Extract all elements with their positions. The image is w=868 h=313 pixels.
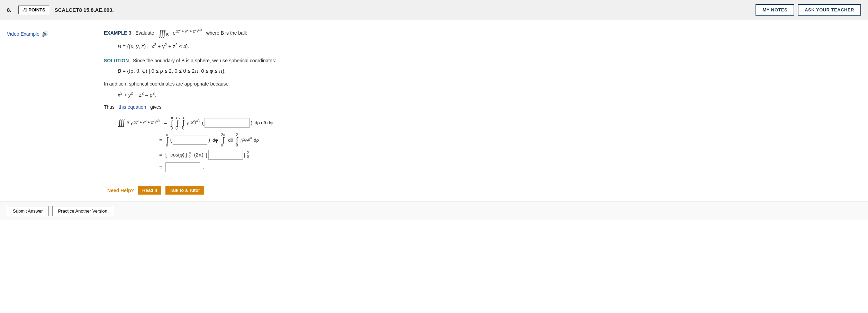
input-1[interactable] — [205, 118, 250, 128]
ball-def-text: B = {(x, y, z) | x2 + y2 + z2 ≤ 4}. — [118, 43, 189, 49]
int2-block: 2π ∫ 0 — [175, 116, 180, 130]
speaker-icon: 🔊 — [42, 30, 48, 37]
input-3[interactable] — [208, 150, 243, 160]
int1-block: π ∫ 0 — [171, 116, 173, 130]
spherical-b-text: B = {(ρ, θ, φ) | 0 ≤ ρ ≤ 2, 0 ≤ θ ≤ 2π, … — [118, 68, 226, 74]
identity-text: x2 + y2 + z2 = ρ2. — [118, 92, 156, 98]
thus-text-block: Thus this equation gives — [104, 103, 858, 111]
spherical-b-block: B = {(ρ, θ, φ) | 0 ≤ ρ ≤ 2, 0 ≤ θ ≤ 2π, … — [118, 68, 858, 74]
where-b-text: where B is the ball: — [206, 30, 247, 36]
practice-version-button[interactable]: Practice Another Version — [52, 206, 113, 216]
talk-tutor-button[interactable]: Talk to a Tutor — [165, 186, 204, 195]
int3-block: 2 ∫ 0 — [182, 116, 184, 130]
eq3-equals: = — [159, 152, 162, 158]
rho2-exp: ρ2eρ3 — [241, 136, 252, 143]
eq-row-3: = [ −cos(φ) ] π 0 (2π) [ ] 2 0 — [118, 150, 858, 160]
header-buttons: MY NOTES ASK YOUR TEACHER — [756, 4, 861, 16]
bracket4-close: ] — [244, 152, 245, 158]
this-equation-link[interactable]: this equation — [119, 104, 146, 110]
right-panel: EXAMPLE 3 Evaluate ∭B e(x2 + y2 + z2)3/2… — [97, 27, 858, 195]
input-final[interactable] — [165, 162, 200, 172]
eq2-equals: = — [159, 137, 162, 143]
rhs-integrand: e(ρ2)3/2 — [187, 119, 200, 126]
my-notes-button[interactable]: MY NOTES — [756, 4, 794, 16]
triple-integral-symbol: ∭ — [158, 29, 166, 38]
eq1-equals: = — [164, 120, 167, 126]
rhs-paren-open: ( — [202, 120, 204, 126]
lhs-sub-b: B — [127, 121, 129, 125]
addition-text: In addition, spherical coordinates are a… — [104, 81, 228, 87]
eq-row-1: ∭B e(x2 + y2 + z2)3/2 = π ∫ 0 2π ∫ 0 — [118, 116, 858, 130]
input-2[interactable] — [173, 135, 207, 145]
paren2-open: ( — [170, 137, 172, 143]
neg-cos-phi: −cos(φ) — [168, 152, 184, 158]
upper-limit-pi: π — [189, 151, 191, 155]
bracket3-open: [ — [165, 152, 167, 158]
integral-sub-b: B — [166, 33, 169, 37]
left-panel: Video Example 🔊 — [7, 27, 97, 195]
eq-row-2: = π ∫ 0 ( ) dφ 2π ∫ 0 dθ 2 ∫ — [118, 133, 858, 147]
gives-text: gives — [150, 104, 162, 110]
identity-block: x2 + y2 + z2 = ρ2. — [118, 91, 858, 98]
eq-row-4: = . — [118, 162, 858, 172]
solution-header: SOLUTION Since the boundary of B is a sp… — [104, 57, 858, 65]
question-number: 8. — [7, 7, 11, 13]
thus-text: Thus — [104, 104, 115, 110]
example-header: EXAMPLE 3 Evaluate ∭B e(x2 + y2 + z2)3/2… — [104, 27, 858, 40]
lhs-triple-integral: ∭ — [118, 118, 126, 127]
dtheta: dθ — [228, 137, 233, 143]
lhs-integrand: e(x2 + y2 + z2)3/2 — [131, 119, 160, 126]
example-intro: Evaluate — [135, 30, 154, 36]
two-pi: (2π) — [194, 152, 204, 158]
solution-text: Since the boundary of B is a sphere, we … — [133, 58, 276, 63]
video-example-label: Video Example — [7, 31, 39, 37]
footer-row: Submit Answer Practice Another Version — [0, 202, 868, 220]
example-label: EXAMPLE 3 — [104, 30, 131, 36]
upper-limit-2: 2 — [247, 151, 249, 155]
int4-block: π ∫ 0 — [166, 133, 169, 147]
limits-block-2: 2 0 — [247, 151, 249, 159]
period: . — [202, 164, 204, 170]
paren2-close: ) — [208, 137, 210, 143]
rhs-paren-close: ) — [251, 120, 252, 126]
addition-text-block: In addition, spherical coordinates are a… — [104, 80, 858, 88]
equations-block: ∭B e(x2 + y2 + z2)3/2 = π ∫ 0 2π ∫ 0 — [118, 116, 858, 172]
main-content: Video Example 🔊 EXAMPLE 3 Evaluate ∭B e(… — [0, 20, 868, 202]
video-example-link[interactable]: Video Example 🔊 — [7, 30, 97, 37]
lower-limit-02: 0 — [247, 155, 249, 159]
ask-teacher-button[interactable]: ASK YOUR TEACHER — [798, 4, 861, 16]
integrand-expression: e(x2 + y2 + z2)3/2 — [173, 30, 202, 36]
points-badge[interactable]: -/1 POINTS — [18, 6, 49, 14]
bracket4-open: [ — [206, 152, 207, 158]
question-code: SCALCET8 15.8.AE.003. — [55, 7, 750, 13]
need-help-label: Need Help? — [107, 188, 134, 193]
limits-block: π 0 — [189, 151, 191, 159]
header-row: 8. -/1 POINTS SCALCET8 15.8.AE.003. MY N… — [0, 0, 868, 20]
ball-definition-block: B = {(x, y, z) | x2 + y2 + z2 ≤ 4}. — [118, 43, 858, 49]
read-it-button[interactable]: Read It — [138, 186, 161, 195]
diff-rho: dρ dθ dφ — [255, 120, 273, 125]
int6-block: 2 ∫ 0 — [236, 133, 238, 147]
lower-limit-0: 0 — [189, 155, 191, 159]
drho: dρ — [254, 137, 259, 143]
need-help-row: Need Help? Read It Talk to a Tutor — [104, 182, 858, 195]
dphi: dφ — [213, 137, 218, 143]
eq4-equals: = — [159, 164, 162, 170]
bracket3-close: ] — [186, 152, 187, 158]
solution-label: SOLUTION — [104, 58, 129, 63]
submit-answer-button[interactable]: Submit Answer — [7, 206, 49, 216]
int5-block: 2π ∫ 0 — [221, 133, 225, 147]
